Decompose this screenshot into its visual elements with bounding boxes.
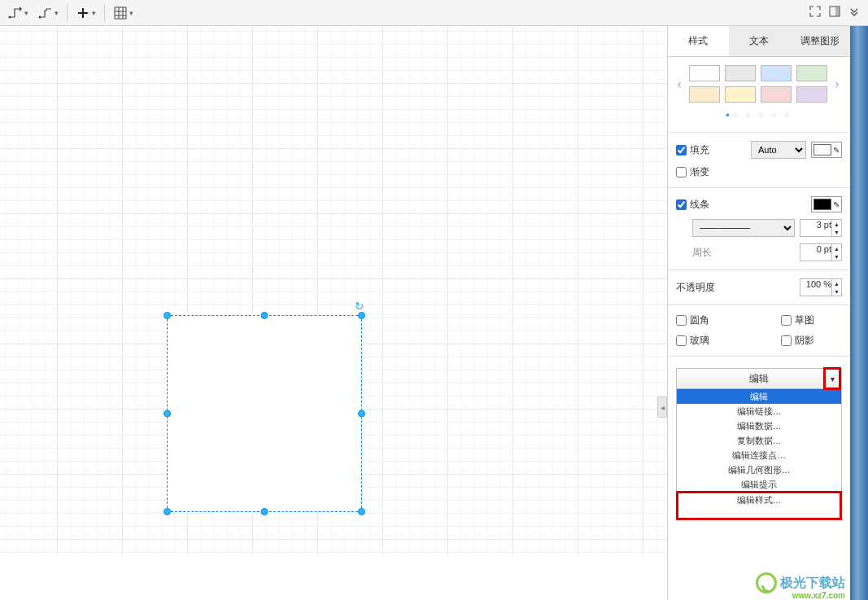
chevron-down-icon: ▾ — [24, 9, 28, 17]
add-shape-button[interactable]: ▾ — [71, 2, 101, 24]
menu-item-edit-geometry[interactable]: 编辑几何图形… — [677, 462, 841, 477]
divider — [668, 304, 850, 305]
menu-item-edit[interactable]: 编辑 — [677, 389, 841, 404]
gradient-label: 渐变 — [690, 165, 709, 179]
chevron-down-icon: ▾ — [129, 9, 133, 17]
sketch-label: 草图 — [795, 313, 814, 327]
toolbar-separator — [104, 4, 105, 22]
color-palette-row: ‹ › — [668, 57, 850, 107]
palette-grid — [689, 65, 827, 103]
swatch-green[interactable] — [796, 65, 827, 81]
line-label: 线条 — [690, 198, 709, 212]
menu-item-edit-connection-points[interactable]: 编辑连接点… — [677, 448, 841, 462]
perimeter-row: 周长 0 pt▲▼ — [668, 240, 850, 265]
glass-checkbox[interactable] — [676, 335, 687, 346]
divider — [668, 356, 850, 357]
line-color-swatch — [813, 199, 831, 210]
toolbar-separator — [67, 4, 68, 22]
line-style-select[interactable]: ──────── — [692, 219, 795, 237]
canvas[interactable]: ↻ — [0, 26, 667, 600]
menu-item-edit-link[interactable]: 编辑链接… — [677, 404, 841, 418]
panel-collapse-toggle[interactable]: ◂ — [657, 396, 667, 418]
format-tabs: 样式 文本 调整图形 — [668, 26, 850, 57]
watermark-text: 极光下载站 — [780, 576, 845, 589]
fill-row: 填充 Auto ✎ — [668, 138, 850, 162]
tab-style[interactable]: 样式 — [668, 26, 729, 56]
fill-checkbox-label[interactable]: 填充 — [676, 143, 709, 157]
swatch-blue[interactable] — [761, 65, 792, 81]
insert-table-button[interactable]: ▾ — [108, 2, 138, 24]
line-row: 线条 ✎ — [668, 193, 850, 216]
swatch-gray[interactable] — [725, 65, 756, 81]
perimeter-label: 周长 — [692, 246, 712, 260]
edit-dropdown-menu: 编辑 编辑链接… 编辑数据… 复制数据… 编辑连接点… 编辑几何图形… 编辑提示… — [676, 388, 842, 520]
swatch-white[interactable] — [689, 65, 720, 81]
rotate-handle-icon[interactable]: ↻ — [355, 300, 366, 311]
edit-pencil-icon: ✎ — [833, 200, 840, 209]
tab-arrange[interactable]: 调整图形 — [789, 26, 850, 56]
chevron-down-icon: ▾ — [55, 9, 59, 17]
opacity-input[interactable]: 100 %▲▼ — [800, 278, 842, 296]
watermark-url: www.xz7.com — [792, 591, 845, 600]
sketch-checkbox[interactable] — [781, 315, 792, 326]
resize-handle-e[interactable] — [358, 410, 365, 418]
menu-item-copy-data[interactable]: 复制数据… — [677, 433, 841, 448]
edit-dropdown-caret-highlighted[interactable]: ▾ — [823, 367, 841, 390]
fill-mode-select[interactable]: Auto — [751, 141, 806, 159]
menu-item-edit-style-highlighted[interactable]: 编辑样式… — [676, 491, 842, 520]
resize-handle-se[interactable] — [358, 508, 365, 515]
fullscreen-icon[interactable] — [809, 6, 821, 20]
perimeter-input[interactable]: 0 pt▲▼ — [800, 243, 842, 261]
swatch-orange[interactable] — [689, 86, 720, 103]
shadow-checkbox[interactable] — [781, 335, 792, 346]
glass-checkbox-label[interactable]: 玻璃 — [676, 334, 709, 348]
swatch-red[interactable] — [761, 86, 792, 103]
swatch-yellow[interactable] — [725, 86, 756, 103]
rounded-checkbox-label[interactable]: 圆角 — [676, 313, 709, 327]
stepper-icon[interactable]: ▲▼ — [831, 279, 841, 296]
shadow-checkbox-label[interactable]: 阴影 — [781, 334, 814, 348]
gradient-checkbox[interactable] — [676, 167, 687, 177]
waypoint-connector-button[interactable]: ▾ — [3, 2, 33, 24]
resize-handle-sw[interactable] — [164, 508, 171, 515]
menu-item-edit-tooltip[interactable]: 编辑提示 — [677, 477, 841, 492]
palette-next-icon[interactable]: › — [831, 77, 844, 90]
palette-prev-icon[interactable]: ‹ — [673, 77, 686, 90]
resize-handle-w[interactable] — [164, 410, 171, 418]
collapse-panel-icon[interactable] — [848, 6, 860, 20]
line-color-button[interactable]: ✎ — [811, 196, 842, 212]
resize-handle-s[interactable] — [261, 508, 268, 515]
resize-handle-n[interactable] — [261, 312, 268, 319]
svg-point-1 — [39, 15, 41, 18]
fill-checkbox[interactable] — [676, 145, 687, 155]
swatch-purple[interactable] — [796, 86, 827, 103]
svg-rect-4 — [835, 7, 840, 16]
edit-style-button[interactable]: 编辑 ▾ — [676, 368, 842, 389]
straight-connector-button[interactable]: ▾ — [33, 2, 63, 24]
top-toolbar: ▾ ▾ ▾ ▾ — [0, 0, 868, 26]
stepper-icon[interactable]: ▲▼ — [831, 220, 841, 236]
line-width-input[interactable]: 3 pt▲▼ — [800, 219, 842, 237]
line-style-row: ──────── 3 pt▲▼ — [668, 216, 850, 240]
plus-icon — [76, 6, 90, 20]
rounded-checkbox[interactable] — [676, 315, 687, 326]
palette-page-dots: ●○ ○ ○ ○ ○ — [668, 107, 850, 127]
format-panel-icon[interactable] — [829, 6, 840, 20]
tab-text[interactable]: 文本 — [729, 26, 790, 56]
fill-label: 填充 — [690, 143, 709, 157]
edit-dropdown-wrap: 编辑 ▾ 编辑 编辑链接… 编辑数据… 复制数据… 编辑连接点… 编辑几何图形…… — [668, 361, 850, 527]
resize-handle-ne[interactable] — [358, 312, 365, 319]
menu-item-edit-data[interactable]: 编辑数据… — [677, 418, 841, 433]
gradient-checkbox-label[interactable]: 渐变 — [676, 165, 709, 179]
resize-handle-nw[interactable] — [164, 312, 171, 319]
window-side-strip — [850, 26, 868, 600]
selected-rectangle[interactable]: ↻ — [167, 315, 362, 512]
svg-point-0 — [9, 15, 11, 18]
canvas-page[interactable]: ↻ — [0, 26, 667, 555]
fill-color-button[interactable]: ✎ — [811, 142, 842, 158]
sketch-checkbox-label[interactable]: 草图 — [781, 313, 814, 327]
stepper-icon[interactable]: ▲▼ — [831, 244, 841, 261]
toolbar-right-group — [809, 6, 865, 20]
line-checkbox-label[interactable]: 线条 — [676, 198, 709, 212]
line-checkbox[interactable] — [676, 199, 687, 210]
